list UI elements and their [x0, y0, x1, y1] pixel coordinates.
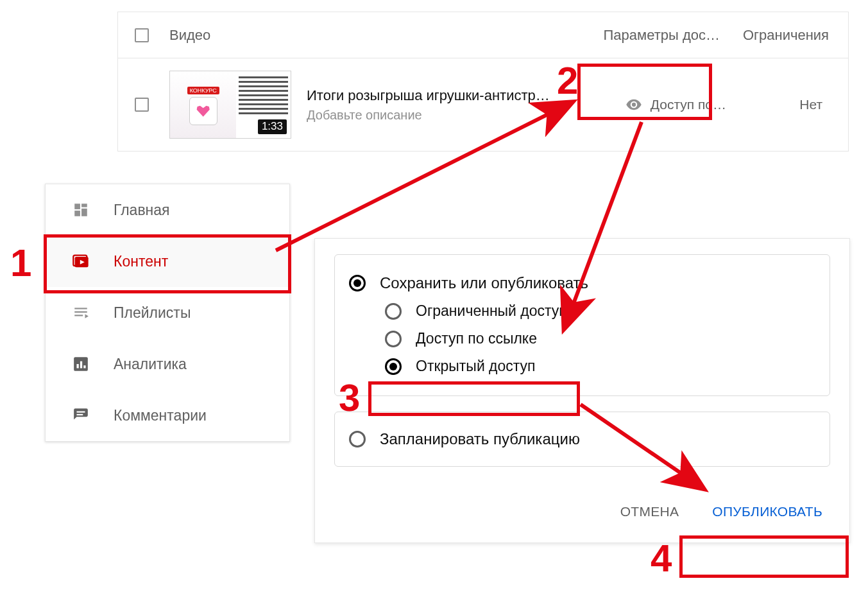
publish-button[interactable]: ОПУБЛИКОВАТЬ	[704, 498, 830, 526]
annotation-step-1: 1	[10, 244, 31, 282]
option-label: Доступ по ссылке	[416, 330, 537, 347]
radio-icon[interactable]	[349, 431, 366, 447]
radio-selected-icon[interactable]	[349, 275, 366, 291]
video-thumbnail[interactable]: КОНКУРС 1:33	[169, 71, 291, 139]
option-label: Запланировать публикацию	[380, 430, 580, 448]
sidebar-item-label: Комментарии	[114, 407, 207, 424]
video-row[interactable]: КОНКУРС 1:33 Итоги розыгрыша игрушки-ант…	[118, 58, 848, 151]
video-subtitle[interactable]: Добавьте описание	[307, 108, 550, 123]
sidebar-item-analytics[interactable]: Аналитика	[46, 338, 289, 390]
svg-rect-8	[74, 311, 87, 313]
annotation-step-2: 2	[557, 62, 578, 100]
svg-rect-12	[80, 361, 82, 369]
svg-rect-14	[77, 412, 85, 413]
analytics-icon	[71, 354, 90, 374]
svg-rect-1	[74, 204, 80, 209]
visibility-cell[interactable]: Доступ по…	[625, 96, 726, 114]
restrictions-cell: Нет	[799, 97, 822, 112]
svg-point-0	[632, 103, 636, 107]
video-duration: 1:33	[258, 119, 287, 134]
eye-icon	[625, 96, 643, 114]
option-label: Ограниченный доступ	[416, 302, 567, 320]
svg-rect-11	[77, 364, 79, 369]
sidebar-item-content[interactable]: Контент	[46, 236, 289, 287]
sidebar-item-label: Плейлисты	[114, 304, 191, 322]
svg-rect-7	[74, 308, 87, 309]
svg-rect-3	[74, 211, 80, 216]
option-schedule[interactable]: Запланировать публикацию	[349, 430, 815, 448]
option-private[interactable]: Ограниченный доступ	[385, 302, 815, 320]
publish-visibility-panel: Сохранить или опубликовать Ограниченный …	[314, 238, 850, 543]
thumbnail-badge: КОНКУРС	[187, 87, 219, 94]
save-or-publish-card: Сохранить или опубликовать Ограниченный …	[334, 254, 830, 396]
sidebar-item-label: Аналитика	[114, 356, 187, 373]
studio-sidebar: Главная Контент Плейлисты Аналитика Комм…	[45, 184, 290, 442]
row-checkbox[interactable]	[135, 98, 149, 112]
option-label: Открытый доступ	[416, 358, 536, 375]
video-title[interactable]: Итоги розыгрыша игрушки-антистр…	[307, 87, 550, 104]
sidebar-item-label: Контент	[114, 253, 168, 270]
content-icon	[71, 252, 90, 271]
svg-rect-9	[74, 315, 83, 316]
column-header-restrictions: Ограничения	[743, 27, 829, 44]
svg-rect-4	[81, 209, 87, 216]
heart-icon	[196, 104, 211, 118]
schedule-card[interactable]: Запланировать публикацию	[334, 412, 830, 467]
dashboard-icon	[71, 200, 90, 220]
playlist-icon	[71, 303, 90, 322]
sidebar-item-label: Главная	[114, 202, 170, 219]
option-save-or-publish[interactable]: Сохранить или опубликовать	[349, 274, 815, 292]
radio-selected-icon[interactable]	[385, 358, 402, 375]
svg-rect-15	[77, 414, 83, 415]
video-meta: Итоги розыгрыша игрушки-антистр… Добавьт…	[307, 87, 550, 123]
option-public[interactable]: Открытый доступ	[385, 358, 815, 375]
annotation-step-4: 4	[651, 539, 672, 578]
radio-icon[interactable]	[385, 303, 402, 320]
column-header-video: Видео	[169, 27, 210, 44]
visibility-label: Доступ по…	[651, 97, 726, 112]
sidebar-item-home[interactable]: Главная	[46, 184, 289, 236]
sidebar-item-comments[interactable]: Комментарии	[46, 390, 289, 441]
sidebar-item-playlists[interactable]: Плейлисты	[46, 287, 289, 338]
annotation-step-3: 3	[339, 379, 360, 417]
option-unlisted[interactable]: Доступ по ссылке	[385, 330, 815, 347]
video-list-header: Видео Параметры дос… Ограничения	[118, 12, 848, 58]
video-list-panel: Видео Параметры дос… Ограничения КОНКУРС…	[117, 12, 849, 152]
cancel-button[interactable]: ОТМЕНА	[613, 498, 687, 526]
publish-actions: ОТМЕНА ОПУБЛИКОВАТЬ	[315, 485, 849, 543]
svg-rect-2	[81, 204, 87, 207]
option-label: Сохранить или опубликовать	[380, 274, 588, 292]
select-all-checkbox[interactable]	[135, 28, 149, 42]
radio-icon[interactable]	[385, 331, 402, 347]
comments-icon	[71, 406, 90, 425]
svg-rect-13	[83, 365, 85, 368]
column-header-visibility: Параметры дос…	[604, 27, 720, 44]
